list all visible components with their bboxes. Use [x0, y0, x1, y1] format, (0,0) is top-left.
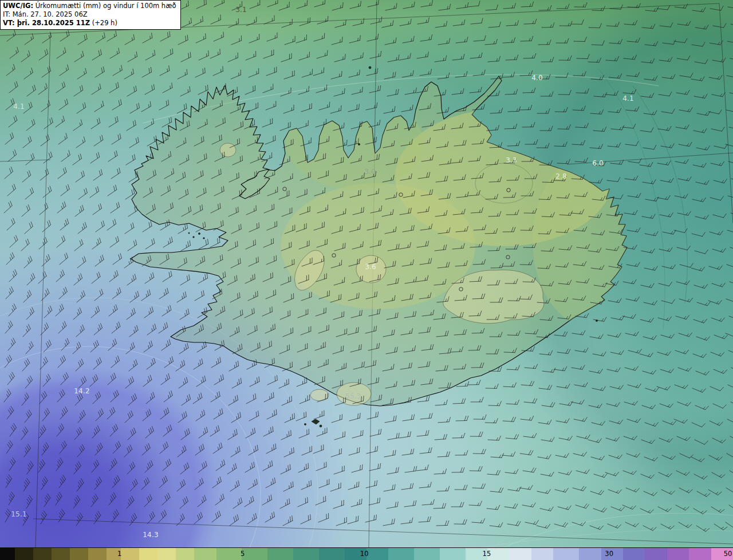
map-title-text: Úrkomumætti (mm) og vindur í 100m hæð — [33, 2, 176, 10]
init-time: IT: Mán. 27. 10. 2025 06Z — [3, 10, 176, 19]
weather-map: 3.14.14.04.13.32.86.03.03.614.255.315.11… — [0, 0, 733, 547]
init-time-label: IT: — [3, 10, 10, 18]
myrdalsjokull-outline — [337, 382, 371, 405]
title-box: UWC/IG: Úrkomumætti (mm) og vindur í 100… — [0, 0, 181, 30]
grimsey-island — [369, 66, 371, 69]
weather-map-screen: 3.14.14.04.13.32.86.03.03.614.255.315.11… — [0, 0, 733, 560]
vestmannaeyjar-island — [312, 419, 320, 424]
init-time-value: Mán. 27. 10. 2025 06Z — [10, 10, 88, 18]
parallel-line-left — [0, 160, 50, 161]
colorbar-tick-label: 10 — [360, 550, 369, 558]
map-overlay — [0, 0, 733, 547]
precip-colorbar: 1510153050 — [0, 547, 733, 560]
valid-time: VT: þri. 28.10.2025 11Z (+29 h) — [3, 19, 176, 27]
parallel-line-right — [567, 153, 733, 164]
hofsjokull-outline — [356, 255, 386, 283]
map-title: UWC/IG: Úrkomumætti (mm) og vindur í 100… — [3, 2, 176, 10]
colorbar-tick-label: 50 — [724, 550, 732, 558]
model-id: UWC/IG: — [3, 2, 33, 10]
colorbar-tick-label: 1 — [117, 550, 121, 558]
valid-time-value: VT: þri. 28.10.2025 11Z — [3, 19, 90, 27]
domain-border-right — [719, 3, 733, 223]
colorbar-tick-label: 15 — [483, 550, 491, 558]
parallel-line-topleft — [0, 33, 50, 36]
forecast-lead: (+29 h) — [90, 19, 117, 27]
colorbar-tick-label: 5 — [241, 550, 245, 558]
colorbar-tick-label: 30 — [605, 550, 613, 558]
